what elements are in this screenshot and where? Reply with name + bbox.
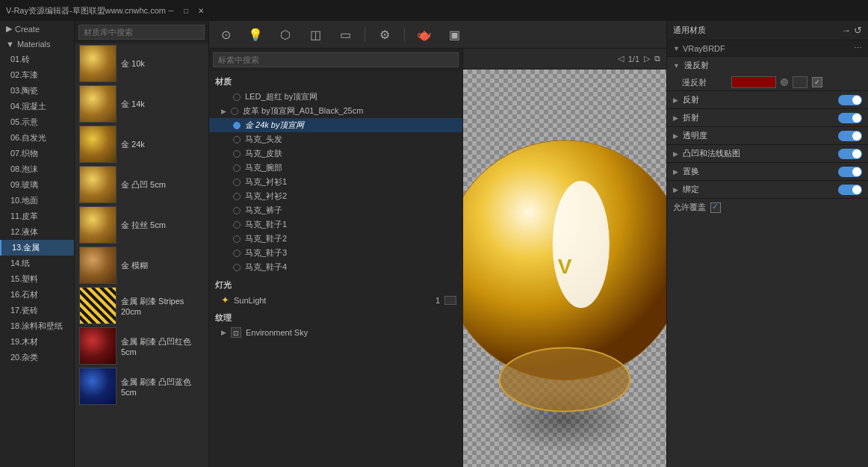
refraction-section-header[interactable]: ▶ 折射: [667, 109, 868, 126]
sidebar-item-20[interactable]: 20.杂类: [0, 350, 74, 365]
tree-radio-5[interactable]: [233, 164, 241, 172]
tree-radio-2[interactable]: [233, 122, 241, 129]
tree-material-item-2[interactable]: 金 24k by顶宣网: [209, 118, 462, 132]
mat-search-input[interactable]: [78, 25, 205, 40]
tree-radio-1[interactable]: [231, 108, 238, 115]
diffuse-color-swatch[interactable]: [731, 76, 776, 88]
diffuse-section-header[interactable]: ▼ 漫反射: [667, 57, 868, 74]
tree-texture-section: 纹理 ▶ ⊡ Environment Sky: [209, 310, 462, 339]
preview-counter: 1/1: [628, 55, 639, 64]
bind-section-header[interactable]: ▶ 绑定: [667, 181, 868, 198]
brdf-arrow[interactable]: ▼: [673, 45, 680, 52]
reflection-section-header[interactable]: ▶ 反射: [667, 91, 868, 108]
displacement-section-header[interactable]: ▶ 置换: [667, 163, 868, 180]
preview-next-icon[interactable]: ▷: [644, 54, 650, 64]
bind-toggle[interactable]: [838, 185, 862, 195]
cube-icon[interactable]: ⬡: [275, 24, 296, 45]
lamp-icon[interactable]: 💡: [245, 24, 266, 45]
mat-item-1[interactable]: 金 14k: [75, 84, 208, 124]
tree-material-item-5[interactable]: 马克_腕部: [209, 161, 462, 175]
sidebar-item-18[interactable]: 18.涂料和壁纸: [0, 318, 74, 334]
tree-radio-10[interactable]: [233, 235, 241, 243]
layers-icon[interactable]: ◫: [305, 24, 326, 45]
sidebar-item-10[interactable]: 10.地面: [0, 193, 74, 208]
tree-radio-11[interactable]: [233, 250, 241, 257]
create-section[interactable]: ▶ Create: [0, 21, 74, 37]
close-button[interactable]: ✕: [196, 5, 206, 16]
refraction-toggle[interactable]: [838, 113, 862, 123]
sidebar-item-13[interactable]: 13.金属: [0, 240, 74, 256]
sidebar-item-03[interactable]: 03.陶瓷: [0, 83, 74, 99]
diffuse-enable-checkbox[interactable]: ✓: [812, 77, 822, 87]
minimize-button[interactable]: ─: [166, 5, 176, 16]
gear-icon[interactable]: ⚙: [374, 24, 395, 45]
tree-material-item-9[interactable]: 马克_鞋子1: [209, 217, 462, 232]
bump-section-header[interactable]: ▶ 凸凹和法线贴图: [667, 145, 868, 162]
mat-item-0[interactable]: 金 10k: [75, 43, 208, 84]
viewport-icon[interactable]: ▣: [444, 24, 465, 45]
tree-material-item-7[interactable]: 马克_衬衫2: [209, 189, 462, 203]
tree-material-item-4[interactable]: 马克_皮肤: [209, 146, 462, 161]
tree-radio-7[interactable]: [233, 193, 241, 200]
tree-material-item-0[interactable]: LED_超红 by顶宣网: [209, 90, 462, 104]
tree-radio-12[interactable]: [233, 264, 241, 271]
sidebar-item-14[interactable]: 14.纸: [0, 256, 74, 271]
mat-item-7[interactable]: 金属 刷漆 凸凹红色 5cm: [75, 326, 208, 366]
tree-material-item-12[interactable]: 马克_鞋子4: [209, 260, 462, 274]
sidebar-item-08[interactable]: 08.泡沫: [0, 161, 74, 177]
sidebar-item-09[interactable]: 09.玻璃: [0, 177, 74, 193]
brdf-options-icon[interactable]: ⋯: [854, 43, 862, 53]
environment-sky-item[interactable]: ▶ ⊡ Environment Sky: [209, 326, 462, 339]
preview-prev-icon[interactable]: ◁: [618, 54, 624, 64]
tree-radio-6[interactable]: [233, 179, 241, 186]
tree-radio-9[interactable]: [233, 221, 241, 229]
sidebar-item-01[interactable]: 01.砖: [0, 52, 74, 67]
sunlight-swatch[interactable]: [444, 296, 456, 305]
frame-icon[interactable]: ▭: [335, 24, 356, 45]
tree-material-item-3[interactable]: 马克_头发: [209, 132, 462, 146]
sidebar-item-17[interactable]: 17.瓷砖: [0, 303, 74, 318]
sphere-icon[interactable]: ⊙: [215, 24, 236, 45]
displacement-toggle[interactable]: [838, 167, 862, 177]
tree-radio-0[interactable]: [233, 93, 241, 101]
mat-item-2[interactable]: 金 24k: [75, 124, 208, 164]
sidebar-item-16[interactable]: 16.石材: [0, 287, 74, 303]
sidebar-item-06[interactable]: 06.自发光: [0, 130, 74, 146]
right-refresh-icon[interactable]: ↺: [854, 25, 862, 36]
opacity-section-header[interactable]: ▶ 透明度: [667, 127, 868, 144]
opacity-toggle[interactable]: [838, 131, 862, 141]
sidebar-item-12[interactable]: 12.液体: [0, 224, 74, 240]
tree-material-item-8[interactable]: 马克_裤子: [209, 203, 462, 217]
preview-expand-icon[interactable]: ⧉: [654, 54, 660, 64]
mat-item-8[interactable]: 金属 刷漆 凸凹蓝色 5cm: [75, 366, 208, 406]
tree-material-item-1[interactable]: ▶皮革 by顶宣网_A01_Black_25cm: [209, 104, 462, 118]
sidebar-item-15[interactable]: 15.塑料: [0, 271, 74, 287]
tree-material-item-11[interactable]: 马克_鞋子3: [209, 246, 462, 260]
tree-radio-8[interactable]: [233, 207, 241, 214]
allow-cover-checkbox[interactable]: [710, 202, 721, 213]
sidebar-item-19[interactable]: 19.木材: [0, 334, 74, 350]
sidebar-item-05[interactable]: 05.示意: [0, 114, 74, 130]
tree-radio-4[interactable]: [233, 150, 241, 158]
bump-toggle[interactable]: [838, 149, 862, 159]
mat-item-4[interactable]: 金 拉丝 5cm: [75, 205, 208, 245]
tree-material-item-10[interactable]: 马克_鞋子2: [209, 232, 462, 246]
asset-search-input[interactable]: [213, 52, 459, 67]
right-arrow-icon[interactable]: →: [841, 25, 851, 36]
tree-material-item-6[interactable]: 马克_衬衫1: [209, 175, 462, 189]
sidebar-item-04[interactable]: 04.混凝土: [0, 99, 74, 114]
sunlight-item[interactable]: ✦ SunLight 1: [209, 293, 462, 307]
sidebar-item-02[interactable]: 02.车漆: [0, 67, 74, 83]
reflection-toggle[interactable]: [838, 95, 862, 105]
mat-item-3[interactable]: 金 凸凹 5cm: [75, 164, 208, 205]
materials-section[interactable]: ▼ Materials: [0, 37, 74, 52]
diffuse-map-slot[interactable]: [793, 76, 807, 88]
teapot-icon[interactable]: 🫖: [414, 24, 435, 45]
sidebar-item-11[interactable]: 11.皮革: [0, 208, 74, 224]
mat-item-5[interactable]: 金 模糊: [75, 245, 208, 285]
mat-item-6[interactable]: 金属 刷漆 Stripes 20cm: [75, 285, 208, 326]
diffuse-dot[interactable]: [781, 78, 788, 86]
tree-radio-3[interactable]: [233, 136, 241, 143]
maximize-button[interactable]: □: [181, 5, 191, 16]
sidebar-item-07[interactable]: 07.织物: [0, 146, 74, 161]
